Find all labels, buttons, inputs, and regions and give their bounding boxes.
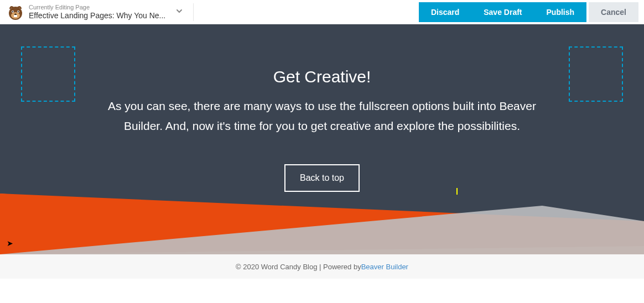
svg-rect-7 [14,15,17,17]
editor-canvas[interactable]: Get Creative! As you can see, there are … [0,24,644,279]
editing-label: Currently Editing Page [29,4,165,11]
save-draft-button[interactable]: Save Draft [471,2,534,22]
toolbar-separator [193,3,194,21]
svg-point-4 [12,11,13,12]
footer-link[interactable]: Beaver Builder [361,263,408,271]
text-caret [456,188,458,195]
drop-zone-left[interactable] [21,46,75,102]
discard-button[interactable]: Discard [419,2,471,22]
cancel-button[interactable]: Cancel [589,2,638,22]
page-title-block[interactable]: Currently Editing Page Effective Landing… [29,4,165,20]
beaver-builder-logo [7,3,24,21]
page-footer: © 2020 Word Candy Blog | Powered by Beav… [0,254,644,279]
hero-heading[interactable]: Get Creative! [0,67,644,86]
hero-body[interactable]: As you can see, there are many ways to u… [95,96,549,135]
hero-section[interactable]: Get Creative! As you can see, there are … [0,24,644,245]
footer-text: © 2020 Word Candy Blog | Powered by [236,263,361,271]
chevron-down-icon[interactable] [175,7,183,17]
cursor-arrow-icon: ➤ [7,239,13,248]
svg-point-5 [18,11,19,12]
back-to-top-button[interactable]: Back to top [284,164,360,192]
drop-zone-right[interactable] [569,46,623,102]
publish-button[interactable]: Publish [534,2,587,22]
editor-toolbar: Currently Editing Page Effective Landing… [0,0,644,24]
page-title: Effective Landing Pages: Why You Ne... [29,11,165,20]
